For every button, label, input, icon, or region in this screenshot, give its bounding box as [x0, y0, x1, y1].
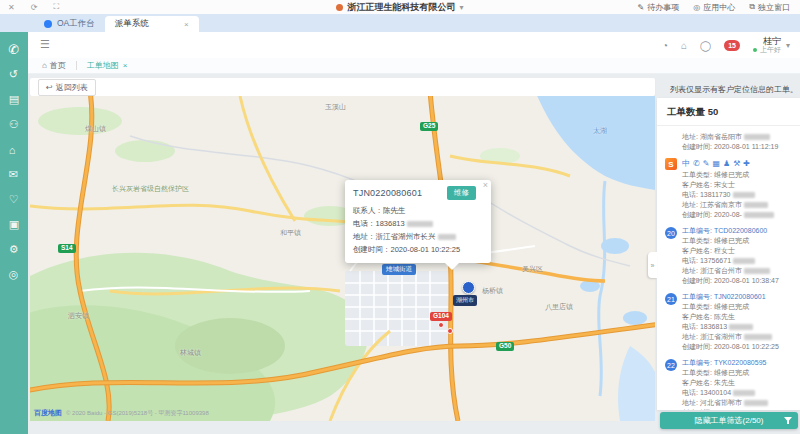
popup-repair-button[interactable]: 维修 [447, 186, 476, 200]
back-arrow-icon: ↩ [46, 83, 53, 92]
tab-dispatch-system[interactable]: 派单系统 × [105, 16, 199, 32]
order-field: 地址: 浙江省湖州市 [682, 332, 779, 342]
work-order-popup: × TJN0220080601 维修 联系人：陈先生 电话：1836813 地址… [345, 180, 491, 263]
ime-logo-icon: S [665, 158, 677, 170]
redacted-text [744, 202, 768, 208]
map-attribution: 百度地图 © 2020 Baidu - GS(2019)5218号 - 甲测资字… [34, 408, 209, 418]
sidebar-item-products-icon[interactable]: ▣ [9, 212, 19, 237]
map-poi-dot [438, 322, 444, 328]
company-caret-icon[interactable]: ▾ [459, 3, 463, 12]
breadcrumb-home-icon: ⌂ [42, 61, 47, 70]
order-number-badge: 21 [665, 293, 677, 305]
app-screen: ✕ ⟳ ⛶ 浙江正理生能科技有限公司 ▾ ✎待办事项 ◎应用中心 ⧉独立窗口 O… [0, 0, 800, 434]
work-order-item[interactable]: 22工单编号: TYK0220080595工单类型: 维修已完成客户姓名: 朱先… [665, 355, 792, 410]
order-field: 工单编号: TJN0220080601 [682, 292, 779, 302]
order-field: 客户姓名: 陈先生 [682, 312, 779, 322]
redacted-text [438, 234, 456, 240]
map-basemap [30, 96, 655, 421]
order-field: 电话: 1836813 [682, 322, 779, 332]
order-field: 工单编号: TCD0220080600 [682, 226, 779, 236]
map-marker-21-label: 雉城街道 [382, 264, 416, 275]
order-field: 工单类型: 维修已完成 [682, 302, 779, 312]
map-toolbar: ↩ 返回列表 [30, 78, 655, 96]
sidebar-item-dashboard-icon[interactable]: ↺ [9, 62, 19, 87]
breadcrumb-current-tab[interactable]: 工单地图 × [87, 60, 128, 71]
tab-close-icon[interactable]: × [184, 20, 189, 29]
sidebar-item-favorites-icon[interactable]: ♡ [9, 187, 19, 212]
sidebar-item-messages-icon[interactable]: ✉ [9, 162, 19, 187]
order-field: 地址: 湖南省岳阳市 [682, 132, 778, 142]
standalone-window-button[interactable]: ⧉独立窗口 [749, 2, 790, 13]
map-marker-cluster[interactable] [462, 281, 475, 294]
filter-orders-button[interactable]: 隐藏工单筛选(2/50) [660, 412, 798, 429]
todo-button[interactable]: ✎待办事项 [638, 2, 680, 13]
order-field: 地址: 浙江省台州市 [682, 266, 779, 276]
order-field: 电话: 13756671 [682, 256, 779, 266]
order-field: 客户姓名: 朱先生 [682, 378, 779, 388]
app-center-icon: ◎ [693, 3, 700, 12]
breadcrumb-home[interactable]: ⌂ 首页 [42, 60, 66, 71]
redacted-text [733, 258, 755, 264]
back-to-list-button[interactable]: ↩ 返回列表 [38, 79, 96, 96]
map-canvas[interactable]: 煤山镇 玉溪山 和平镇 吴兴区 杨桥镇 八里店镇 泗安镇 林城镇 太湖 长兴灰岩… [30, 96, 655, 421]
hamburger-menu-icon[interactable]: ☰ [40, 38, 50, 51]
redacted-text [733, 390, 755, 396]
redacted-text [407, 221, 433, 227]
sidebar-item-system-icon[interactable]: ◎ [9, 262, 19, 287]
road-badge-g50: G50 [496, 342, 514, 351]
map-label-town: 杨桥镇 [482, 286, 503, 296]
order-field: 地址: 河北省邯郸市 [682, 398, 779, 408]
company-title[interactable]: 浙江正理生能科技有限公司 [347, 1, 455, 14]
online-status-dot [753, 48, 757, 52]
redacted-text [744, 134, 770, 140]
home-icon[interactable]: ⌂ [681, 40, 687, 51]
order-field: 创建时间: 2020-08-01 11:12:19 [682, 142, 778, 152]
sidebar-item-customers-icon[interactable]: ⚇ [9, 112, 19, 137]
breadcrumb-divider [76, 61, 77, 70]
todo-icon: ✎ [638, 3, 645, 12]
popup-contact: 联系人：陈先生 [353, 204, 483, 217]
map-label-town: 林城镇 [180, 348, 201, 358]
baidu-maps-logo: 百度地图 [34, 408, 62, 418]
sidebar-nav: ✆ ↺▤⚇⌂✉♡▣⚙◎ [0, 32, 28, 434]
clock-icon[interactable]: ◔ [662, 40, 668, 51]
map-poi-dot [447, 328, 453, 334]
map-label-lake: 太湖 [593, 126, 607, 136]
breadcrumb: ⌂ 首页 工单地图 × [28, 58, 800, 74]
order-field: 工单类型: 维修已完成 [682, 236, 779, 246]
map-marker-cluster-label: 湖州市 [453, 295, 477, 306]
work-order-item[interactable]: 20工单编号: TCD0220080600工单类型: 维修已完成客户姓名: 程女… [665, 223, 792, 289]
tab-strip: OA工作台 派单系统 × [0, 14, 800, 32]
order-field: 客户姓名: 宋女士 [682, 180, 774, 190]
notification-badge[interactable]: 15 [724, 40, 740, 51]
panel-title: 工单数量 50 [657, 98, 800, 126]
work-order-item[interactable]: 21工单编号: TJN0220080601工单类型: 维修已完成客户姓名: 陈先… [665, 289, 792, 355]
map-label-town: 泗安镇 [68, 311, 89, 321]
map-label-district: 吴兴区 [522, 264, 543, 274]
app-header: ☰ ◔ ⌂ ◯ 15 桂宁 上午好 ▾ [28, 32, 800, 58]
help-circle-icon[interactable]: ◯ [700, 40, 711, 51]
road-badge-g104: G104 [430, 312, 452, 321]
work-order-item[interactable]: S中✆✎▦♟⚒✚工单类型: 维修已完成客户姓名: 宋女士电话: 13811730… [665, 155, 792, 223]
order-field: 工单编号: TYK0220080595 [682, 358, 779, 368]
app-logo-icon: ✆ [9, 36, 20, 62]
app-center-button[interactable]: ◎应用中心 [693, 2, 735, 13]
sidebar-item-work-orders-icon[interactable]: ▤ [9, 87, 19, 112]
road-badge-g25: G25 [420, 122, 438, 131]
browser-bar: ✕ ⟳ ⛶ 浙江正理生能科技有限公司 ▾ ✎待办事项 ◎应用中心 ⧉独立窗口 [0, 0, 800, 15]
order-list: 地址: 湖南省岳阳市创建时间: 2020-08-01 11:12:19S中✆✎▦… [657, 126, 800, 410]
breadcrumb-close-icon[interactable]: × [123, 61, 128, 70]
redacted-text [729, 324, 753, 330]
road-badge-s14: S14 [58, 244, 76, 253]
panel-collapse-handle[interactable]: » [648, 252, 657, 278]
filter-funnel-icon [784, 417, 792, 425]
work-order-item[interactable]: 地址: 湖南省岳阳市创建时间: 2020-08-01 11:12:19 [665, 129, 792, 155]
sidebar-item-company-icon[interactable]: ⌂ [9, 137, 19, 162]
sidebar-item-settings-icon[interactable]: ⚙ [9, 237, 19, 262]
popup-close-icon[interactable]: × [483, 180, 488, 190]
user-menu[interactable]: 桂宁 上午好 ▾ [753, 36, 790, 54]
order-field: 创建时间: 2020-08-01 10:06:47 [682, 408, 779, 410]
tab-oa-workbench[interactable]: OA工作台 [34, 16, 105, 32]
popup-order-id: TJN0220080601 [353, 188, 422, 198]
redacted-text [744, 400, 768, 406]
